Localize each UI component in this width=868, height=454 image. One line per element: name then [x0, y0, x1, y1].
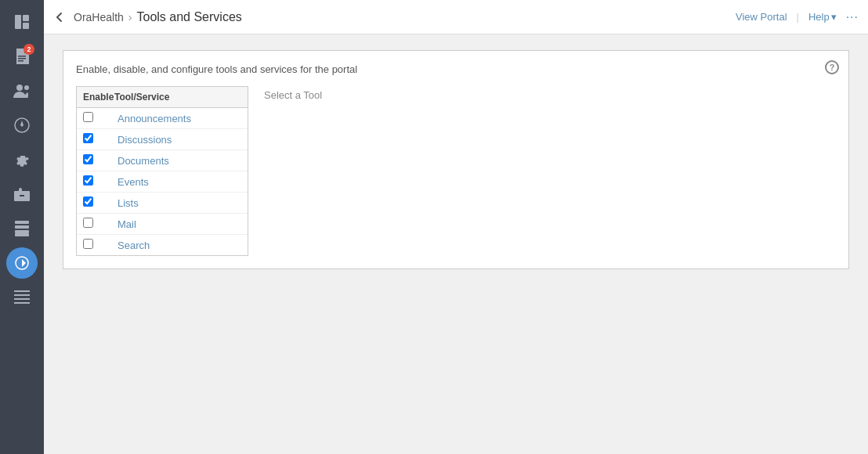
svg-rect-1 — [23, 15, 29, 21]
checkbox-announcements[interactable] — [83, 112, 93, 122]
sidebar-item-layout[interactable] — [6, 6, 38, 38]
topbar: OraHealth › Tools and Services View Port… — [44, 0, 868, 34]
more-options-button[interactable]: ··· — [846, 10, 859, 24]
sidebar-item-briefcase[interactable] — [6, 178, 38, 210]
tools-rows-container: AnnouncementsDiscussionsDocumentsEventsL… — [77, 108, 248, 255]
svg-point-7 — [24, 85, 29, 90]
topbar-divider: | — [797, 11, 799, 23]
svg-point-6 — [16, 85, 23, 91]
svg-rect-2 — [23, 23, 29, 29]
checkbox-search[interactable] — [83, 239, 93, 249]
content-area: Enable, disable, and configure tools and… — [44, 34, 868, 454]
tools-table: Enable Tool/Service AnnouncementsDiscuss… — [76, 86, 248, 256]
sidebar: 2 — [0, 0, 44, 454]
tool-name-discussions[interactable]: Discussions — [118, 134, 241, 146]
sidebar-item-people[interactable] — [6, 75, 38, 106]
svg-rect-4 — [18, 58, 26, 59]
panel-description: Enable, disable, and configure tools and… — [76, 63, 836, 75]
col-header-service: Tool/Service — [114, 92, 241, 103]
panel-body: Enable Tool/Service AnnouncementsDiscuss… — [76, 86, 836, 256]
svg-rect-12 — [15, 221, 29, 224]
table-row: Search — [77, 235, 248, 255]
table-row: Documents — [77, 150, 248, 171]
breadcrumb-separator: › — [128, 11, 132, 23]
topbar-right: View Portal | Help ▾ ··· — [736, 10, 859, 24]
tool-name-documents[interactable]: Documents — [118, 155, 241, 167]
checkbox-discussions[interactable] — [83, 133, 93, 143]
table-header: Enable Tool/Service — [77, 87, 248, 108]
svg-rect-13 — [15, 225, 29, 229]
sidebar-item-list[interactable] — [6, 282, 38, 313]
checkbox-documents[interactable] — [83, 154, 93, 164]
svg-rect-11 — [20, 195, 24, 196]
select-tool-area: Select a Tool — [264, 86, 322, 256]
docs-badge: 2 — [24, 44, 34, 55]
tool-name-mail[interactable]: Mail — [118, 218, 241, 230]
help-icon[interactable]: ? — [825, 60, 839, 74]
sidebar-item-database[interactable] — [6, 213, 38, 244]
sidebar-item-action[interactable] — [6, 247, 38, 279]
svg-rect-17 — [14, 290, 30, 292]
help-menu[interactable]: Help ▾ — [808, 11, 837, 23]
checkbox-mail[interactable] — [83, 218, 93, 228]
col-header-enable: Enable — [83, 92, 114, 103]
table-row: Discussions — [77, 129, 248, 150]
checkbox-events[interactable] — [83, 175, 93, 186]
svg-rect-20 — [14, 302, 30, 304]
svg-rect-19 — [14, 298, 30, 300]
table-row: Lists — [77, 193, 248, 214]
sidebar-item-settings[interactable] — [6, 144, 38, 175]
breadcrumb-root[interactable]: OraHealth — [74, 11, 124, 23]
svg-rect-18 — [14, 294, 30, 296]
tool-name-lists[interactable]: Lists — [118, 197, 241, 209]
breadcrumb-current: Tools and Services — [136, 10, 241, 24]
back-button[interactable] — [53, 11, 66, 23]
tool-name-search[interactable]: Search — [118, 240, 241, 251]
svg-rect-3 — [18, 56, 26, 57]
tool-name-announcements[interactable]: Announcements — [118, 113, 241, 124]
svg-rect-15 — [15, 233, 29, 236]
svg-rect-0 — [15, 15, 21, 29]
sidebar-item-compass[interactable] — [6, 110, 38, 141]
table-row: Mail — [77, 214, 248, 235]
checkbox-lists[interactable] — [83, 196, 93, 207]
view-portal-link[interactable]: View Portal — [736, 11, 787, 23]
svg-marker-9 — [20, 121, 24, 127]
breadcrumb: OraHealth › Tools and Services — [74, 10, 736, 24]
tool-name-events[interactable]: Events — [118, 176, 241, 188]
table-row: Events — [77, 171, 248, 193]
table-row: Announcements — [77, 108, 248, 129]
svg-rect-14 — [15, 230, 29, 233]
sidebar-item-docs[interactable]: 2 — [6, 41, 38, 72]
svg-rect-5 — [18, 60, 24, 62]
tools-panel: Enable, disable, and configure tools and… — [63, 50, 849, 269]
main-area: OraHealth › Tools and Services View Port… — [44, 0, 868, 454]
